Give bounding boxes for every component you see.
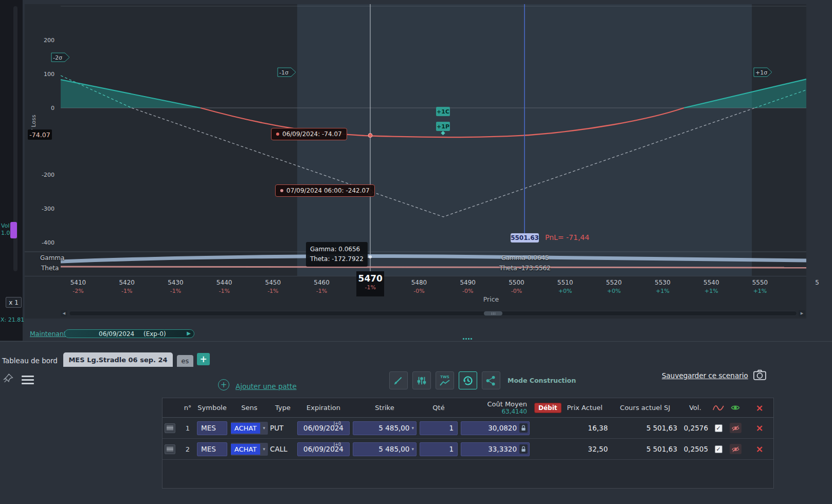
share-button[interactable] [482,371,500,389]
option-type: CALL [270,445,296,453]
quantity-field[interactable]: 1 [420,442,458,456]
t0-tooltip: 06/09/2024: -74.07 [271,128,347,140]
settings-sliders-button[interactable] [412,371,431,389]
col-avg-cost: Coût Moyen 63,4140 [459,400,531,416]
x-axis: Price 5410-2%5420-1%5430-1%5440-1%5450-1… [25,276,806,305]
play-icon[interactable]: ▶ [187,330,191,336]
bottom-panel: Tableau de bord MES Lg.Stradle 06 sep. 2… [0,341,832,504]
scrollbar-track[interactable] [69,311,797,316]
avg-cost-field[interactable]: 30,0820 [461,421,530,435]
lock-icon[interactable] [519,423,528,433]
y-tick: -200 [33,172,55,178]
add-leg-icon[interactable]: + [218,379,229,390]
debit-badge[interactable]: Débit [534,403,562,413]
sigma-tag-label: +1σ [755,69,767,76]
add-leg-link[interactable]: Ajouter une patte [236,382,297,390]
row-drag-handle[interactable] [165,423,175,433]
x-tick: 5520+0% [598,279,630,294]
x-tick: 5420-1% [111,279,143,294]
delete-row-icon[interactable]: × [745,423,774,433]
side-select[interactable]: ACHAT▾ [231,422,268,435]
x-axis-title: Price [465,295,517,303]
theta-value-label: Theta -173.5562 [491,265,559,272]
underlying-price-value: 5 501,63 [610,445,680,453]
camera-icon[interactable] [753,369,767,383]
pnl-curve-icon[interactable] [711,404,726,412]
quantity-field[interactable]: 1 [420,421,458,435]
add-tab-button[interactable]: + [197,353,210,365]
vol-slider-handle[interactable] [10,222,17,238]
panel-splitter-handle[interactable] [463,338,472,340]
avg-cost-total: 63,4140 [459,408,527,416]
expiration-field[interactable]: J+006/09/2024 [297,442,350,456]
sigma-tag-minus2[interactable]: -2σ [51,53,69,62]
gamma-value-label: Gamma 0.0645 [494,254,556,262]
timeline-row: Maintenant 06/09/2024 (Exp-0) ▶ [25,329,282,339]
x-tick: 5450-1% [257,279,290,294]
eye-off-icon[interactable] [730,423,741,433]
plot-checkbox[interactable]: ✓ [715,445,722,453]
pink-dot-icon [280,189,283,192]
delete-all-icon[interactable]: × [745,403,774,413]
pnl-chart[interactable]: -2σ -1σ +1σ 2001000-200-300-400 / Loss -… [25,4,806,276]
col-current-price: Prix Actuel [559,404,610,412]
x-tick: 5430-1% [159,279,192,294]
sigma-tag-label: -2σ [53,54,62,61]
x-tick: 5500-0% [500,279,533,294]
scrollbar-thumb[interactable] [484,311,502,315]
lock-icon[interactable] [519,444,528,454]
table-header: n° Symbole Sens Type Expiration Strike Q… [162,398,773,418]
strike-select[interactable]: 5 485,00▾ [353,442,417,456]
scale-toggle[interactable]: x 1 [6,297,22,308]
chevron-down-icon: ▾ [260,446,268,452]
tab-strategy-active[interactable]: MES Lg.Stradle 06 sep. 24 [63,352,173,367]
x-tick: 5480-0% [403,279,436,294]
underlying-price-value: 5 501,63 [610,424,680,432]
x-tick: 5440-1% [208,279,241,294]
side-select[interactable]: ACHAT▾ [231,443,268,456]
leg-badge-call[interactable]: +1C [436,107,450,116]
symbol-field[interactable]: MES [197,421,227,435]
x-tick-partial: 5 [801,279,832,286]
chevron-down-icon: ▾ [411,425,414,431]
left-rail: Vol 1.0 x 1 X: 21.81 [0,0,23,341]
timeline-slider[interactable]: 06/09/2024 (Exp-0) ▶ [64,329,194,338]
sigma-tag-minus1[interactable]: -1σ [278,68,296,77]
leg-badge-put[interactable]: +1P [436,122,450,131]
save-scenario-link[interactable]: Sauvegarder ce scenario [662,371,748,380]
strike-select[interactable]: 5 485,00▾ [353,421,417,435]
row-number: 1 [180,424,195,432]
tab-es[interactable]: es [177,355,193,367]
vol-value: 0,2576 [680,424,711,432]
draw-tool-button[interactable] [389,371,408,389]
mode-construction-label: Mode Construction [508,377,576,384]
days-offset-badge: J+0 [334,442,341,447]
red-dot-icon [276,133,279,136]
show-all-eye-icon[interactable] [726,404,745,412]
expiration-field[interactable]: J+006/09/2024 [297,421,350,435]
plot-checkbox[interactable]: ✓ [715,424,722,432]
symbol-field[interactable]: MES [197,442,227,456]
delete-row-icon[interactable]: × [745,444,774,454]
pin-icon[interactable] [3,372,14,386]
t0-cursor-dot [368,134,372,138]
col-underlying: Cours actuel SJ [610,404,680,412]
scroll-right-icon[interactable]: ▶ [799,310,805,316]
row-drag-handle[interactable] [165,444,175,454]
timeline-date: 06/09/2024 [99,330,134,338]
col-vol: Vol. [680,404,711,412]
tws-label: TWS [440,375,449,379]
history-clock-button[interactable] [459,371,477,389]
x-tick: 5490-0% [451,279,484,294]
sigma-tag-plus1[interactable]: +1σ [754,68,772,77]
eye-off-icon[interactable] [730,444,741,454]
y-tick: 200 [33,37,55,44]
scroll-left-icon[interactable]: ◀ [61,310,67,316]
x-tick: 5530+1% [646,279,679,294]
tab-dashboard[interactable]: Tableau de bord [2,357,58,365]
now-link[interactable]: Maintenant [30,330,66,338]
avg-cost-field[interactable]: 33,3320 [461,442,530,456]
menu-icon[interactable] [22,376,34,386]
chart-scrollbar[interactable]: ◀ ▶ [25,310,806,316]
tws-chart-button[interactable]: TWS [436,371,454,389]
